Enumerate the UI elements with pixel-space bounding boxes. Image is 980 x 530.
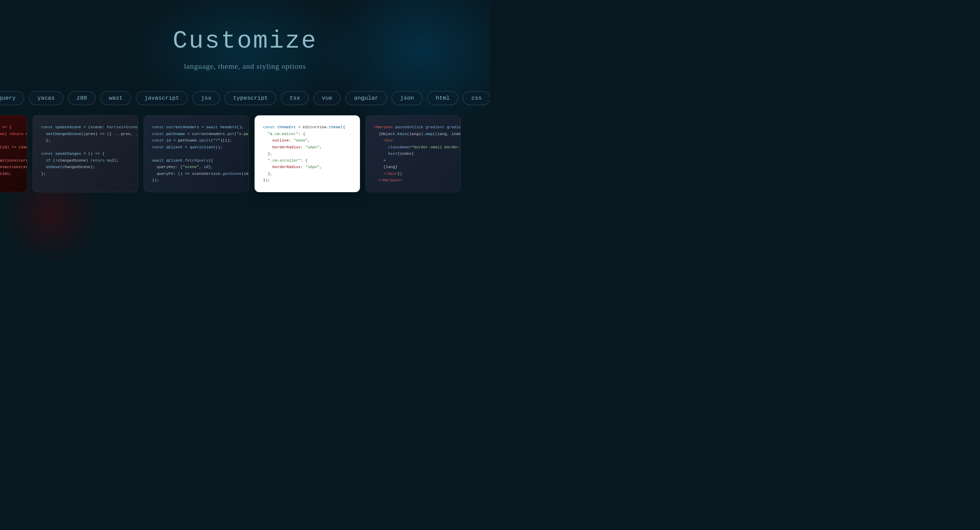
code-cards-carousel: ack() => { scene) return nu Each((id) =>… [0, 112, 490, 195]
lang-pill-json[interactable]: json [392, 91, 423, 105]
lang-pill-css[interactable]: css [463, 91, 490, 105]
lang-pill-tsx[interactable]: tsx [281, 91, 309, 105]
lang-pill-query[interactable]: query [0, 91, 24, 105]
code-card-4: const themeExt = EditorView.theme({ "&.c… [255, 115, 360, 192]
lang-pill-yacas[interactable]: yacas [29, 91, 63, 105]
lang-pill-vue[interactable]: vue [313, 91, 341, 105]
page-subtitle: language, theme, and styling options [0, 62, 490, 71]
code-content-3: const currentHeaders = await headers(); … [152, 124, 240, 184]
code-card-5: <Marquee pauseOnClick gradient gradientC… [366, 115, 461, 192]
lang-pill-javascript[interactable]: javascript [136, 91, 188, 105]
lang-pill-jsx[interactable]: jsx [192, 91, 220, 105]
lang-pill-wast[interactable]: wast [100, 91, 131, 105]
code-content-1: ack() => { scene) return nu Each((id) =>… [0, 124, 19, 177]
code-content-4: const themeExt = EditorView.theme({ "&.c… [263, 124, 352, 184]
header-section: Customize language, theme, and styling o… [0, 0, 490, 84]
page-title: Customize [0, 27, 490, 55]
code-content-5: <Marquee pauseOnClick gradient gradientC… [374, 124, 452, 184]
lang-pill-z80[interactable]: z80 [68, 91, 95, 105]
code-card-1: ack() => { scene) return nu Each((id) =>… [0, 115, 27, 192]
code-content-2: const updateScene = (scene: Partial<Scen… [41, 124, 130, 177]
language-selector: query yacas z80 wast javascript jsx type… [0, 84, 490, 112]
code-card-2: const updateScene = (scene: Partial<Scen… [33, 115, 138, 192]
lang-pill-angular[interactable]: angular [345, 91, 387, 105]
lang-pill-html[interactable]: html [427, 91, 458, 105]
code-card-3: const currentHeaders = await headers(); … [143, 115, 249, 192]
lang-pill-typescript[interactable]: typescript [224, 91, 276, 105]
